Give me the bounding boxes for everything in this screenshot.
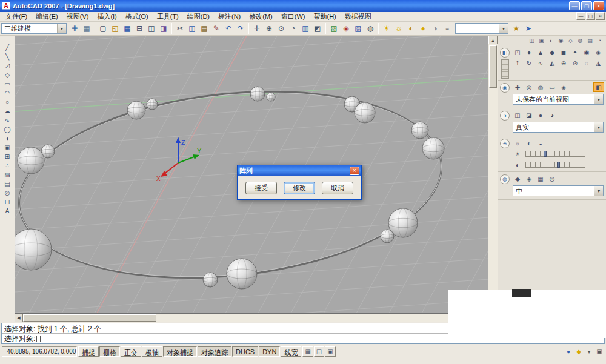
toolbar-button[interactable]: ●: [417, 22, 429, 35]
panel-header-icon[interactable]: ◫: [527, 36, 536, 44]
toolbar-button[interactable]: ✛: [251, 22, 263, 35]
panel-button[interactable]: ◆: [547, 47, 558, 57]
toolbar-button[interactable]: ↷: [235, 22, 247, 35]
toolbar-button[interactable]: ▨: [352, 22, 364, 35]
panel-button[interactable]: ◭: [547, 58, 558, 68]
sphere[interactable]: [267, 93, 275, 101]
mdi-restore-button[interactable]: ▢: [586, 12, 595, 20]
menu-item[interactable]: 格式(O): [121, 12, 153, 22]
panel-button[interactable]: ●: [535, 110, 546, 120]
panel-button[interactable]: ◈: [558, 82, 569, 92]
status-toggle-捕捉[interactable]: 捕捉: [78, 346, 99, 357]
tray-icon[interactable]: ▾: [584, 346, 594, 356]
menu-item[interactable]: 工具(T): [153, 12, 183, 22]
panel-header-icon[interactable]: ◍: [576, 36, 585, 44]
tool-table[interactable]: ⊟: [1, 197, 13, 207]
toolbar-button[interactable]: ◫: [145, 22, 158, 35]
tool-insert-block[interactable]: ▣: [1, 143, 13, 152]
toolbar-button[interactable]: ☀: [381, 22, 393, 35]
dialog-titlebar[interactable]: 阵列 ×: [238, 165, 361, 176]
panel-button[interactable]: ◉: [581, 47, 592, 57]
status-toggle-DYN[interactable]: DYN: [259, 346, 280, 357]
tool-hatch[interactable]: ▨: [1, 170, 13, 179]
tool-ellipse-arc[interactable]: ◖: [1, 134, 13, 143]
status-toggle-对象捕捉[interactable]: 对象捕捉: [163, 346, 197, 357]
panel-button[interactable]: ◍: [535, 82, 546, 92]
menu-item[interactable]: 绘图(D): [183, 12, 214, 22]
panel-button[interactable]: ◈: [524, 174, 534, 184]
tool-make-block[interactable]: ⊞: [1, 152, 13, 161]
tool-arc[interactable]: ◠: [1, 88, 13, 98]
toolbar-button[interactable]: ✂: [174, 22, 186, 35]
tool-polygon[interactable]: ◇: [1, 70, 13, 79]
visual-style-combo[interactable]: 真实▼: [513, 122, 604, 133]
viewport-hscrollbar[interactable]: ◀ ▶: [15, 314, 488, 322]
tool-gradient[interactable]: ▤: [1, 179, 13, 188]
menu-item[interactable]: 数据视图: [341, 12, 376, 22]
slider-thumb[interactable]: [557, 162, 560, 168]
navigate-icon[interactable]: ◉: [500, 83, 510, 93]
viewport-vscrollbar[interactable]: ▲ ▼: [488, 36, 498, 314]
sphere[interactable]: [147, 99, 158, 110]
status-mode-button-2[interactable]: ▣: [325, 346, 335, 357]
sphere[interactable]: [422, 137, 444, 159]
chevron-down-icon[interactable]: ▼: [594, 122, 603, 132]
menu-item[interactable]: 编辑(E): [32, 12, 62, 22]
tool-multiline-text[interactable]: A: [1, 207, 13, 216]
tray-icon[interactable]: ●: [564, 346, 573, 356]
tool-rectangle[interactable]: ▭: [1, 79, 13, 88]
panel-button[interactable]: ✚: [512, 82, 523, 92]
toolbar-button[interactable]: ▤: [198, 22, 210, 35]
status-toggle-对象追踪[interactable]: 对象追踪: [198, 346, 231, 357]
menu-item[interactable]: 帮助(H): [310, 12, 341, 22]
light-icon[interactable]: ☀: [500, 139, 510, 148]
toolbar-button[interactable]: ▢: [97, 22, 109, 35]
workspace-combo[interactable]: 三维建模 ▼: [1, 23, 67, 34]
panel-button[interactable]: ◕: [547, 110, 558, 120]
toolbar-button[interactable]: ◱: [109, 22, 121, 35]
toolbar-button[interactable]: ⊙: [275, 22, 287, 35]
panel-button[interactable]: ↥: [512, 58, 523, 68]
modeling-icon[interactable]: ◧: [500, 48, 510, 58]
toolbar-button[interactable]: ☼: [393, 22, 405, 35]
panel-header-icon[interactable]: ◉: [556, 36, 565, 44]
toolbar-button[interactable]: ★: [510, 22, 522, 35]
toolbar-button[interactable]: ✎: [210, 22, 222, 35]
toolbar-button[interactable]: ▦: [121, 22, 133, 35]
menu-item[interactable]: 窗口(W): [277, 12, 310, 22]
menu-item[interactable]: 插入(I): [93, 12, 121, 22]
panel-header-icon[interactable]: ▤: [585, 36, 594, 44]
panel-header-icon[interactable]: ▣: [537, 36, 546, 44]
panel-button[interactable]: ▦: [535, 174, 546, 184]
tool-circle[interactable]: ○: [1, 98, 13, 107]
menu-item[interactable]: 标注(N): [214, 12, 245, 22]
cancel-button[interactable]: 取消: [322, 182, 353, 194]
toolbar-button[interactable]: ✚: [68, 22, 81, 35]
materials-combo[interactable]: 中▼: [513, 185, 604, 196]
tool-ellipse[interactable]: ◯: [1, 125, 13, 134]
tool-spline[interactable]: ∿: [1, 116, 13, 125]
chevron-down-icon[interactable]: ▼: [499, 24, 508, 33]
status-mode-button-1[interactable]: ◱: [314, 346, 324, 357]
panel-button[interactable]: ◫: [512, 110, 523, 120]
panel-header-icon[interactable]: ◐: [547, 36, 556, 44]
panel-button[interactable]: ▭: [547, 82, 558, 92]
sphere[interactable]: [18, 147, 44, 174]
sphere[interactable]: [381, 230, 394, 243]
panel-button[interactable]: ◆: [512, 174, 523, 184]
vscroll-thumb[interactable]: [489, 45, 497, 88]
minimize-button[interactable]: —: [569, 1, 580, 10]
panel-button[interactable]: ◪: [524, 110, 534, 120]
accept-button[interactable]: 接受: [245, 182, 277, 194]
toolbar-button[interactable]: ◨: [158, 22, 170, 35]
light-slider[interactable]: [525, 151, 585, 157]
status-toggle-栅格[interactable]: 栅格: [99, 346, 120, 357]
sphere[interactable]: [411, 122, 428, 139]
tool-point[interactable]: ∴: [1, 161, 13, 170]
status-toggle-极轴[interactable]: 极轴: [142, 346, 162, 357]
panel-button[interactable]: ◐: [524, 138, 534, 148]
tool-polyline[interactable]: ◿: [1, 61, 13, 70]
panel-button[interactable]: ⊕: [558, 58, 569, 68]
panel-header-icon[interactable]: ◇: [566, 36, 575, 44]
panel-button[interactable]: ◎: [524, 82, 534, 92]
